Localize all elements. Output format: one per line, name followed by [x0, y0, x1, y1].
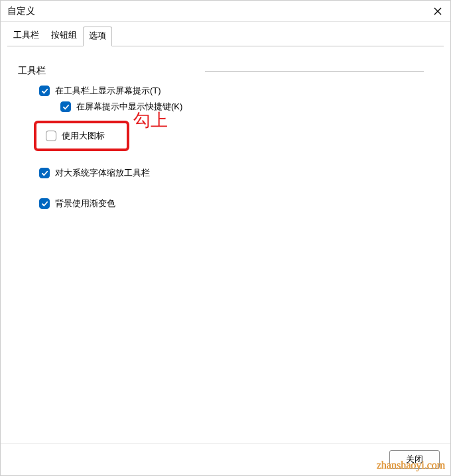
tab-options[interactable]: 选项 — [83, 27, 112, 46]
option-gradient-bg: 背景使用渐变色 — [39, 198, 430, 209]
section-title: 工具栏 — [18, 65, 46, 77]
close-icon[interactable] — [432, 5, 444, 17]
section-rule — [205, 71, 424, 72]
label-show-tooltip[interactable]: 在工具栏上显示屏幕提示(T) — [55, 85, 161, 97]
option-show-shortcut: 在屏幕提示中显示快捷键(K) — [60, 101, 430, 113]
checkbox-show-shortcut[interactable] — [60, 101, 71, 112]
section-header: 工具栏 — [18, 65, 430, 77]
checkbox-large-icons[interactable] — [46, 131, 56, 141]
dialog-footer: 关闭 zhanshaoyi.com — [1, 443, 450, 475]
tabstrip-border — [7, 46, 444, 46]
option-show-tooltip: 在工具栏上显示屏幕提示(T) — [39, 85, 430, 97]
dialog-window: 自定义 工具栏 按钮组 选项 工具栏 在工具栏上显示屏幕提示(T) 在屏幕提示中… — [0, 0, 451, 476]
checkbox-scale-toolbar[interactable] — [39, 168, 50, 178]
spacer — [21, 183, 430, 194]
checkbox-gradient-bg[interactable] — [39, 198, 50, 209]
window-title: 自定义 — [7, 5, 35, 17]
highlight-box-large-icons: 使用大图标 — [34, 121, 129, 151]
tab-toolbar[interactable]: 工具栏 — [7, 26, 45, 46]
annotation-check-it: 勾上 — [133, 109, 168, 132]
tabstrip: 工具栏 按钮组 选项 — [1, 22, 450, 46]
label-gradient-bg[interactable]: 背景使用渐变色 — [55, 198, 115, 209]
label-scale-toolbar[interactable]: 对大系统字体缩放工具栏 — [55, 167, 150, 179]
option-scale-toolbar: 对大系统字体缩放工具栏 — [39, 167, 430, 179]
checkbox-show-tooltip[interactable] — [39, 86, 50, 96]
titlebar: 自定义 — [1, 1, 450, 22]
spacer — [21, 155, 430, 163]
tab-panel-options: 工具栏 在工具栏上显示屏幕提示(T) 在屏幕提示中显示快捷键(K) 使用大图标 … — [7, 53, 444, 436]
label-large-icons[interactable]: 使用大图标 — [62, 130, 105, 142]
close-button[interactable]: 关闭 — [389, 450, 440, 469]
tab-button-group[interactable]: 按钮组 — [45, 26, 83, 46]
